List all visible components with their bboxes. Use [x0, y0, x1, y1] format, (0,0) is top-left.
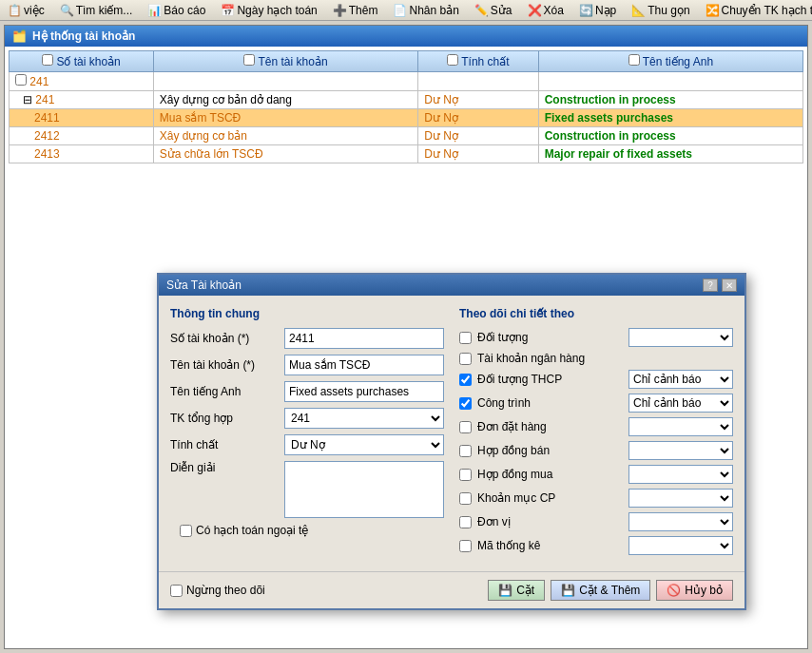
ma-thong-ke-select[interactable] [628, 536, 733, 555]
table-row[interactable]: ⊟ 241 Xây dựng cơ bản dở dang Dư Nợ Cons… [10, 91, 803, 109]
account-cell: ⊟ 241 [10, 91, 154, 109]
edit-dialog: Sửa Tài khoản ? ✕ Thông tin chung Số tài… [157, 273, 746, 610]
khoan-muc-cp-checkbox[interactable] [459, 492, 472, 505]
col-english-checkbox[interactable] [628, 54, 640, 66]
check-row-doi-tuong: Đối tượng [459, 328, 733, 347]
don-dat-hang-checkbox[interactable] [459, 421, 472, 433]
don-vi-label: Đơn vị [477, 515, 623, 528]
dialog-help-button[interactable]: ? [703, 278, 718, 292]
col-name-checkbox[interactable] [243, 54, 255, 66]
dialog-close-button[interactable]: ✕ [722, 278, 737, 292]
hop-dong-ban-select[interactable] [628, 441, 733, 460]
khoan-muc-cp-select[interactable] [628, 489, 733, 508]
tinh-chat-row: Tính chất Dư Nợ [170, 434, 444, 455]
col-nature-checkbox[interactable] [447, 54, 458, 66]
check-row-don-vi: Đơn vị [459, 512, 733, 531]
collapse-icon: 📐 [631, 4, 646, 17]
table-row[interactable]: 2412 Xây dựng cơ bản Dư Nợ Construction … [10, 127, 803, 145]
toolbar-report[interactable]: 📊 Báo cáo [144, 3, 209, 18]
col-header-english: Tên tiếng Anh [538, 51, 802, 72]
reload-icon: 🔄 [579, 4, 593, 17]
toolbar-clone[interactable]: 📄 Nhân bản [389, 3, 462, 18]
dialog-right-panel: Theo dõi chi tiết theo Đối tượng Tài kho… [459, 307, 733, 560]
doi-tuong-checkbox[interactable] [459, 332, 472, 344]
cong-trinh-select[interactable]: Chỉ cảnh báo [628, 394, 733, 413]
tk-tong-hop-select[interactable]: 241 [284, 408, 444, 429]
name-cell: Mua sắm TSCĐ [153, 109, 417, 127]
save-icon: 💾 [498, 584, 512, 597]
don-vi-checkbox[interactable] [459, 516, 472, 528]
dialog-title: Sửa Tài khoản [166, 278, 242, 292]
footer-right: 💾 Cặt 💾 Cặt & Thêm 🚫 Hủy bỏ [488, 580, 733, 601]
english-cell: Construction in process [538, 127, 802, 145]
report-icon: 📊 [147, 4, 162, 17]
toolbar-search[interactable]: 🔍 Tìm kiếm... [56, 3, 137, 18]
accounts-table: Số tài khoản Tên tài khoản Tính chất Tên… [9, 50, 803, 163]
english-cell: Fixed assets purchases [538, 109, 802, 127]
nature-cell: Dư Nợ [418, 145, 539, 163]
toolbar-delete[interactable]: ❌ Xóa [524, 3, 568, 18]
table-row[interactable]: 2413 Sửa chữa lớn TSCĐ Dư Nợ Major repai… [10, 145, 803, 163]
hop-dong-mua-select[interactable] [628, 465, 733, 484]
save-button[interactable]: 💾 Cặt [488, 580, 545, 601]
save-add-button[interactable]: 💾 Cặt & Thêm [551, 580, 650, 601]
left-section-title: Thông tin chung [170, 307, 444, 320]
toolbar-transfer[interactable]: 🔀 Chuyển TK hạch toán [702, 3, 812, 18]
toolbar-edit[interactable]: ✏️ Sửa [471, 3, 516, 18]
hop-dong-ban-checkbox[interactable] [459, 445, 472, 457]
col-header-name: Tên tài khoản [153, 51, 417, 72]
dien-giai-input[interactable] [284, 461, 444, 518]
dialog-left-panel: Thông tin chung Số tài khoản (*) Tên tài… [170, 307, 444, 560]
dialog-footer: Ngừng theo dõi 💾 Cặt 💾 Cặt & Thêm 🚫 Hủy … [159, 571, 744, 608]
tk-tong-hop-wrapper: 241 [284, 408, 444, 429]
tinh-chat-select[interactable]: Dư Nợ [284, 434, 444, 455]
doi-tuong-thcp-select[interactable]: Chỉ cảnh báo [628, 370, 733, 389]
doi-tuong-select[interactable] [628, 328, 733, 347]
ngung-theo-doi-checkbox[interactable] [170, 585, 183, 597]
ma-thong-ke-checkbox[interactable] [459, 540, 472, 552]
right-section-title: Theo dõi chi tiết theo [459, 307, 733, 320]
date-icon: 📅 [221, 4, 235, 17]
don-dat-hang-select[interactable] [628, 417, 733, 436]
doi-tuong-thcp-checkbox[interactable] [459, 374, 472, 386]
cancel-button[interactable]: 🚫 Hủy bỏ [656, 580, 733, 601]
toolbar-date[interactable]: 📅 Ngày hạch toán [217, 3, 320, 18]
dien-giai-row: Diễn giải [170, 461, 444, 518]
main-title-bar: 🗂️ Hệ thống tài khoản [5, 26, 807, 47]
title-icon: 🗂️ [12, 29, 27, 43]
cong-trinh-label: Công trình [477, 396, 623, 410]
table-row[interactable]: 2411 Mua sắm TSCĐ Dư Nợ Fixed assets pur… [10, 109, 803, 127]
hop-dong-mua-checkbox[interactable] [459, 469, 472, 481]
ten-tieng-anh-input[interactable] [284, 381, 444, 402]
so-tai-khoan-input[interactable] [284, 328, 444, 349]
tk-ngan-hang-checkbox[interactable] [459, 353, 472, 365]
delete-icon: ❌ [528, 4, 542, 17]
name-cell: Xây dựng cơ bản [153, 127, 417, 145]
ma-thong-ke-label: Mã thống kê [477, 539, 623, 552]
ten-tai-khoan-input[interactable] [284, 355, 444, 375]
tinh-chat-label: Tính chất [170, 438, 284, 451]
toolbar-viec[interactable]: 📋 việc [4, 3, 48, 18]
dialog-title-buttons: ? ✕ [703, 278, 737, 292]
don-dat-hang-label: Đơn đặt hàng [477, 420, 623, 433]
check-row-ma-thong-ke: Mã thống kê [459, 536, 733, 555]
co-hach-toan-checkbox[interactable] [180, 525, 192, 537]
toolbar-collapse[interactable]: 📐 Thu gọn [628, 3, 693, 18]
english-cell: Major repair of fixed assets [538, 145, 802, 163]
co-hach-toan-row: Có hạch toán ngoại tệ [170, 524, 444, 537]
toolbar-add[interactable]: ➕ Thêm [329, 3, 382, 18]
ten-tai-khoan-row: Tên tài khoản (*) [170, 355, 444, 375]
ten-tieng-anh-label: Tên tiếng Anh [170, 385, 284, 398]
select-all-checkbox[interactable] [42, 54, 53, 66]
cong-trinh-checkbox[interactable] [459, 397, 472, 410]
account-cell: 2412 [10, 127, 154, 145]
nature-cell: Dư Nợ [418, 109, 539, 127]
row-checkbox[interactable] [15, 74, 27, 86]
tk-tong-hop-row: TK tổng hợp 241 [170, 408, 444, 429]
don-vi-select[interactable] [628, 512, 733, 531]
add-icon: ➕ [333, 4, 347, 17]
name-cell [153, 72, 417, 91]
toolbar-reload[interactable]: 🔄 Nạp [575, 3, 620, 18]
table-row[interactable]: 241 [10, 72, 803, 91]
hop-dong-mua-label: Hợp đồng mua [477, 468, 623, 481]
